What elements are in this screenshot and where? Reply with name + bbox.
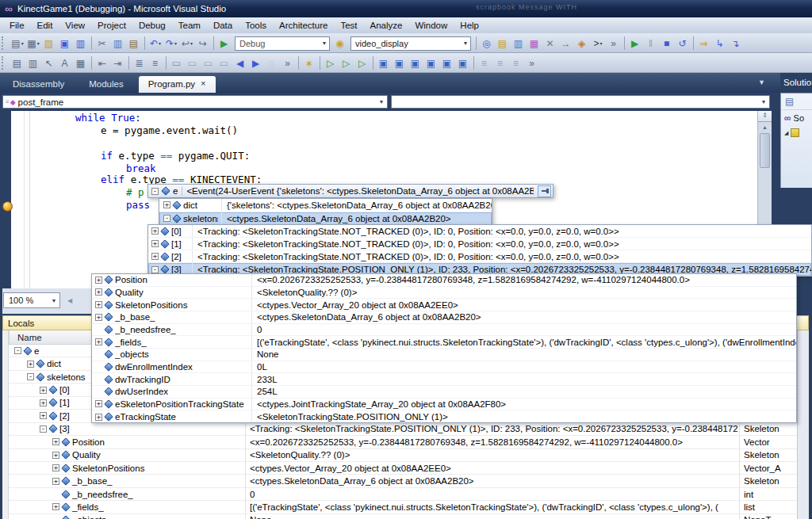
expander-icon[interactable]: - [27, 373, 34, 380]
datatip-row[interactable]: + Quality <SkeletonQuality.?? (0)> [92, 287, 796, 300]
menu-file[interactable]: File [3, 19, 31, 32]
expander-icon[interactable]: + [40, 387, 47, 394]
locals-row[interactable]: + Quality <SkeletonQuality.?? (0)> Skele… [9, 449, 809, 462]
properties-icon[interactable]: ▤ [785, 96, 794, 107]
bookmark-prev-icon[interactable]: ◀ [232, 55, 248, 71]
datatip-row[interactable]: + [1] <Tracking: <SkeletonTrackingState.… [148, 238, 811, 250]
menu-data[interactable]: Data [207, 19, 239, 32]
step-doc-alt-icon[interactable]: ▷ [354, 55, 370, 71]
locals-row[interactable]: _objects None NoneT [9, 514, 809, 519]
toolbar-overflow-icon[interactable]: » [606, 36, 622, 52]
start-page-icon[interactable]: ◈ [574, 36, 590, 52]
expander-icon[interactable]: + [52, 438, 59, 445]
expander-icon[interactable]: + [95, 338, 102, 345]
scope-combo[interactable]: ≡ ◆ post_frame ▼ [2, 95, 388, 109]
add-item-icon[interactable]: ▦▾ [25, 36, 41, 52]
expander-icon[interactable]: + [151, 227, 159, 235]
toolbar-overflow-icon[interactable]: » [280, 55, 296, 71]
datatip-row[interactable]: + [2] <Tracking: <SkeletonTrackingState.… [148, 250, 811, 263]
bookmark-next-folder-icon[interactable]: ▭ [216, 55, 232, 71]
tab-modules[interactable]: Modules [79, 76, 138, 93]
box-select-icon[interactable]: ▭ [169, 55, 185, 71]
solution-node[interactable]: ∞ So [781, 110, 812, 125]
datatip-row[interactable]: + _b_base_ <ctypes.SkeletonData_Array_6 … [92, 311, 796, 324]
expander-icon[interactable]: - [14, 347, 21, 354]
menu-debug[interactable]: Debug [132, 19, 172, 32]
bookmark-prev-folder-icon[interactable]: ▭ [201, 55, 216, 71]
solution-explorer-icon[interactable]: ▥ [511, 36, 527, 52]
datatip-row[interactable]: + Position <x=0.2026723325252533, y=-0.2… [92, 274, 796, 287]
locals-row[interactable]: + Position <x=0.2026723325252533, y=-0.2… [9, 436, 809, 448]
call-stack-window-icon[interactable]: ▣ [439, 55, 455, 71]
datatip-root-row[interactable]: - e <Event(24-UserEvent {'skeletons': <c… [147, 184, 553, 198]
step-into-icon[interactable]: ↳ [712, 36, 728, 52]
open-file-icon[interactable]: ▨ [41, 36, 57, 52]
datatip-row[interactable]: + [0] <Tracking: <SkeletonTrackingState.… [148, 225, 811, 238]
expander-icon[interactable]: - [163, 215, 170, 222]
breakpoint-indicator[interactable] [2, 201, 13, 212]
menu-test[interactable]: Test [334, 19, 363, 32]
go-icon[interactable]: → [558, 36, 574, 52]
datatip-row[interactable]: + _fields_ [('eTrackingState', <class 'p… [92, 336, 796, 349]
copy-icon[interactable]: ▥ [110, 36, 126, 52]
active-files-dropdown-icon[interactable]: ▼ [758, 78, 765, 86]
locals-row[interactable]: + SkeletonPositions <ctypes.Vector_Array… [9, 462, 809, 475]
command-window-icon[interactable]: >▾ [590, 36, 606, 52]
breakpoints-doc-icon[interactable]: ▤ [10, 55, 25, 71]
increase-indent-icon[interactable]: ⇥ [110, 55, 126, 71]
tab-program-py[interactable]: Program.py× [139, 76, 216, 93]
datatip-row[interactable]: + eTrackingState <SkeletonTrackingState.… [92, 410, 796, 423]
editor-zoom-combo[interactable]: 100 %▼ [3, 292, 60, 308]
menu-tools[interactable]: Tools [239, 19, 273, 32]
text-case-icon[interactable]: A [57, 55, 73, 71]
expander-icon[interactable]: + [95, 288, 102, 296]
expander-icon[interactable]: + [151, 253, 159, 260]
scroll-up-icon[interactable]: ▲ [758, 122, 772, 133]
list-members-icon[interactable]: ≡ [477, 55, 492, 71]
locals-row[interactable]: - [3] <Tracking: <SkeletonTrackingState.… [9, 423, 809, 436]
datatip-row[interactable]: + dict {'skeletons': <ctypes.SkeletonDat… [159, 199, 492, 212]
step-over-icon[interactable]: ↴ [728, 36, 744, 52]
stop-debugging-icon[interactable]: ■ [659, 36, 675, 52]
tab-disassembly[interactable]: Disassembly [3, 76, 79, 93]
redo-icon[interactable]: ↷▾ [163, 36, 179, 52]
expanded-arrow-icon[interactable]: ◢ [784, 130, 788, 136]
menu-help[interactable]: Help [454, 19, 485, 32]
locals-window-icon[interactable]: ▣ [392, 55, 408, 71]
datatip-row[interactable]: dwEnrollmentIndex 0L [92, 361, 796, 374]
expander-icon[interactable]: + [95, 277, 102, 284]
expander-icon[interactable]: + [52, 478, 59, 485]
expander-icon[interactable]: + [95, 301, 102, 308]
break-all-icon[interactable]: ‖ [643, 36, 659, 52]
expander-icon[interactable]: + [95, 400, 102, 407]
watch-window-icon[interactable]: ▣ [423, 55, 439, 71]
show-next-statement-icon[interactable]: ⇒ [696, 36, 712, 52]
document-outline-icon[interactable]: ▦ [73, 55, 89, 71]
breakpoints-window-icon[interactable]: ▣ [376, 55, 392, 71]
run-to-cursor-icon[interactable]: ▷ [323, 55, 339, 71]
collapse-icon[interactable]: - [151, 188, 159, 195]
pointer-icon[interactable]: ↖ [41, 55, 57, 71]
menu-team[interactable]: Team [172, 19, 207, 32]
expander-icon[interactable]: + [52, 503, 59, 510]
datatip-row[interactable]: - skeletons <ctypes.SkeletonData_Array_6… [159, 212, 492, 226]
immediate-window-icon[interactable]: ▣ [455, 55, 471, 71]
paste-icon[interactable]: ▤ [126, 36, 142, 52]
restart-icon[interactable]: ↺ [675, 36, 691, 52]
datatip-row[interactable]: dwTrackingID 233L [92, 373, 796, 386]
datatip-row[interactable]: dwUserIndex 254L [92, 386, 796, 399]
expander-icon[interactable]: + [52, 452, 59, 459]
navigate-forward-icon[interactable]: ↪ [195, 36, 211, 52]
locals-row[interactable]: + _b_base_ <ctypes.SkeletonData_Array_6 … [9, 475, 809, 487]
datatip-row[interactable]: + eSkeletonPositionTrackingState <ctypes… [92, 399, 796, 411]
menu-edit[interactable]: Edit [31, 19, 59, 32]
datatip-row[interactable]: + SkeletonPositions <ctypes.Vector_Array… [92, 299, 796, 311]
new-window-icon[interactable]: ▤▾ [10, 36, 25, 52]
continue-icon[interactable]: ▶ [627, 36, 643, 52]
datatip-row[interactable]: _b_needsfree_ 0 [92, 324, 796, 337]
expander-icon[interactable]: - [40, 426, 47, 433]
menu-view[interactable]: View [59, 19, 91, 32]
find-symbol-icon[interactable]: ◉ [332, 36, 348, 52]
project-node[interactable]: ◢ [781, 125, 812, 140]
expander-icon[interactable]: + [27, 361, 34, 368]
